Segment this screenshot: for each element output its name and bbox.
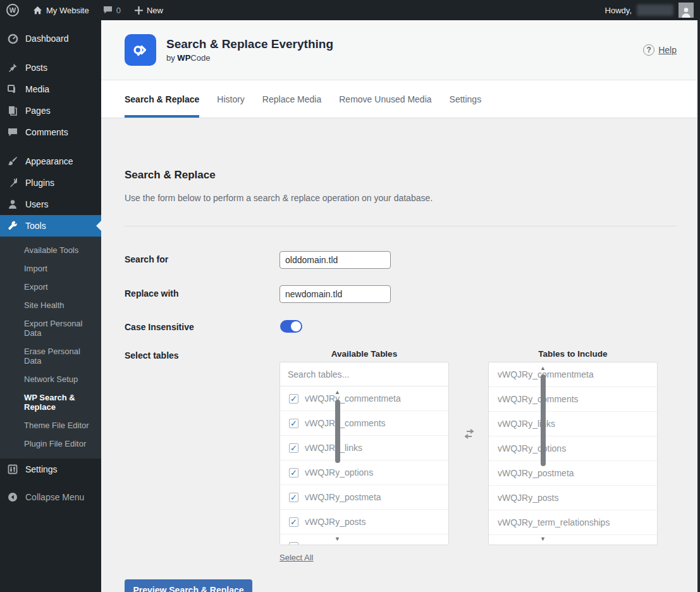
search-tables-input[interactable] (288, 369, 441, 379)
available-table-row[interactable]: ✓ vWQJRy_comments (280, 411, 448, 436)
sidebar-item-pages[interactable]: Pages (0, 100, 101, 121)
case-insensitive-label: Case Insensitive (125, 322, 194, 332)
user-silhouette-icon (680, 6, 692, 18)
sidebar-item-label: Tools (25, 221, 46, 231)
included-table-row[interactable]: vWQJRy_posts (489, 486, 657, 510)
included-table-row[interactable]: vWQJRy_links (489, 412, 657, 436)
table-name: vWQJRy_postmeta (305, 492, 381, 502)
wordpress-logo-menu[interactable]: W (0, 0, 25, 20)
submenu-item[interactable]: Plugin File Editor (0, 435, 101, 453)
available-tables-list: ✓ vWQJRy_commentmeta ✓ vWQJRy_comments ✓… (280, 386, 448, 534)
submenu-item[interactable]: Theme File Editor (0, 416, 101, 435)
search-for-label: Search for (125, 254, 168, 264)
comments-shortcut[interactable]: 0 (97, 0, 127, 20)
sidebar-item-posts[interactable]: Posts (0, 57, 101, 78)
scroll-down-icon[interactable]: ▼ (540, 535, 546, 543)
available-table-row[interactable]: ✓ vWQJRy_commentmeta (280, 386, 448, 411)
table-name: vWQJRy_comments (498, 394, 579, 404)
scroll-thumb[interactable] (541, 374, 546, 466)
checkbox-checked-icon[interactable]: ✓ (289, 443, 298, 453)
tab-replace-media[interactable]: Replace Media (262, 80, 321, 118)
table-search-row (280, 362, 448, 386)
submenu-item[interactable]: WP Search & Replace (0, 388, 101, 416)
howdy-label: Howdy, (605, 6, 632, 15)
included-table-row[interactable]: vWQJRy_options (489, 436, 657, 461)
brand-code: Code (190, 53, 210, 63)
plus-icon (135, 6, 143, 15)
tab-search-replace[interactable]: Search & Replace (125, 80, 199, 118)
submenu-item[interactable]: Network Setup (0, 370, 101, 388)
section-description: Use the form below to perform a search &… (125, 193, 433, 203)
sidebar-spacer (0, 20, 101, 28)
help-link[interactable]: ? Help (643, 44, 677, 56)
preview-search-replace-button[interactable]: Preview Search & Replace (125, 579, 252, 592)
available-table-row[interactable]: ✓ vWQJRy_links (280, 436, 448, 460)
tab-remove-unused-media[interactable]: Remove Unused Media (339, 80, 431, 118)
sidebar-item-tools[interactable]: Tools (0, 215, 101, 237)
included-table-row[interactable]: vWQJRy_comments (489, 387, 657, 412)
tab-history[interactable]: History (217, 80, 245, 118)
sidebar-item-comments[interactable]: Comments (0, 121, 101, 143)
plugin-icon (6, 178, 19, 188)
submenu-item[interactable]: Site Health (0, 296, 101, 314)
admin-bar-account[interactable]: Howdy, (605, 3, 700, 18)
available-table-row[interactable]: ✓ vWQJRy_posts (280, 510, 448, 534)
included-table-row[interactable]: vWQJRy_postmeta (489, 461, 657, 486)
tables-to-include-list: vWQJRy_commentmeta vWQJRy_comments vWQJR… (489, 362, 657, 535)
case-insensitive-toggle[interactable] (280, 320, 302, 333)
new-content-menu[interactable]: New (128, 0, 169, 20)
included-tables-scrollbar[interactable]: ▲ ▼ (539, 364, 547, 543)
submenu-item[interactable]: Export Personal Data (0, 314, 101, 342)
tab-settings[interactable]: Settings (450, 80, 482, 118)
plugin-byline: by WPCode (166, 53, 333, 63)
available-table-row[interactable]: ✓ vWQJRy_options (280, 460, 448, 485)
included-table-row[interactable]: vWQJRy_commentmeta (489, 362, 657, 387)
site-name-link[interactable]: My Website (27, 0, 95, 20)
transfer-arrows-icon (462, 428, 477, 441)
collapse-menu-button[interactable]: Collapse Menu (0, 486, 101, 508)
checkbox-checked-icon[interactable]: ✓ (289, 542, 298, 546)
scroll-down-icon[interactable]: ▼ (335, 535, 340, 543)
sidebar-item-plugins[interactable]: Plugins (0, 172, 101, 194)
checkbox-checked-icon[interactable]: ✓ (289, 517, 298, 527)
replace-with-input[interactable] (279, 285, 391, 303)
sidebar-item-label: Pages (25, 106, 51, 116)
section-heading: Search & Replace (125, 169, 216, 182)
select-all-link[interactable]: Select All (279, 553, 313, 562)
home-icon (33, 6, 42, 15)
sidebar-item-label: Media (25, 84, 49, 94)
paintbrush-icon (6, 156, 19, 166)
comment-count: 0 (116, 6, 121, 15)
checkbox-checked-icon[interactable]: ✓ (289, 394, 298, 404)
checkbox-checked-icon[interactable]: ✓ (289, 419, 298, 428)
sidebar-item-label: Plugins (25, 178, 54, 188)
sidebar-item-appearance[interactable]: Appearance (0, 151, 101, 172)
included-table-row[interactable]: vWQJRy_term_relationships (489, 510, 657, 535)
sidebar-item-label: Appearance (25, 156, 73, 166)
tab-bar: Search & Replace History Replace Media R… (101, 80, 700, 118)
table-name: vWQJRy_postmeta (498, 468, 574, 478)
submenu-item[interactable]: Export (0, 278, 101, 296)
submenu-item[interactable]: Import (0, 259, 101, 278)
scroll-up-icon[interactable]: ▲ (335, 388, 340, 396)
toggle-knob (291, 321, 301, 331)
checkbox-checked-icon[interactable]: ✓ (289, 468, 298, 478)
submenu-item[interactable]: Available Tools (0, 241, 101, 259)
sidebar-item-settings[interactable]: Settings (0, 459, 101, 480)
scroll-thumb[interactable] (335, 400, 340, 463)
checkbox-checked-icon[interactable]: ✓ (289, 493, 298, 502)
section-divider (125, 226, 677, 226)
available-table-row[interactable]: ✓ vWQJRy_postmeta (280, 485, 448, 510)
scroll-up-icon[interactable]: ▲ (540, 364, 546, 372)
sidebar-item-users[interactable]: Users (0, 194, 101, 215)
collapse-arrow-icon (6, 492, 19, 502)
table-name: vWQJRy_comments (305, 418, 386, 428)
search-for-input[interactable] (279, 251, 391, 269)
available-tables-scrollbar[interactable]: ▲ ▼ (333, 388, 341, 543)
username-redacted (637, 4, 673, 16)
sidebar-item-media[interactable]: Media (0, 78, 101, 100)
sidebar-item-dashboard[interactable]: Dashboard (0, 28, 101, 49)
sidebar: Dashboard Posts Media Pages Comments App… (0, 20, 101, 592)
submenu-item[interactable]: Erase Personal Data (0, 342, 101, 370)
available-table-row-partial[interactable]: ✓ (280, 534, 448, 545)
